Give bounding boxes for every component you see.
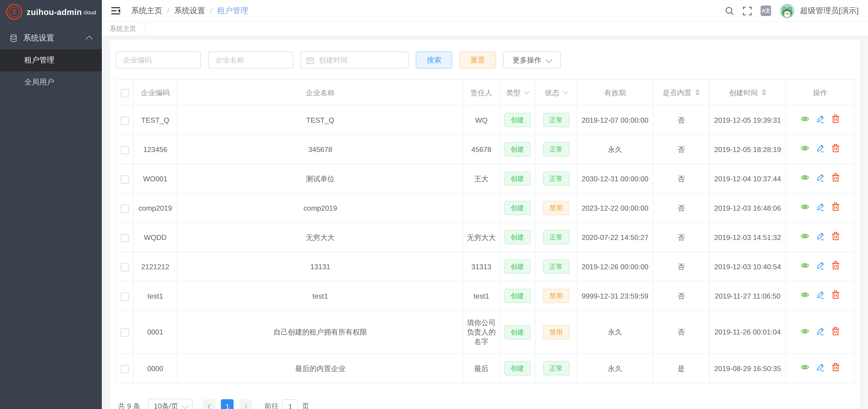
tab-system-home[interactable]: 系统主页 [102, 22, 145, 36]
page-size-select[interactable]: 10条/页 [149, 399, 193, 409]
cell-created: 2019-12-05 19:39:31 [709, 105, 786, 135]
type-badge: 创建 [504, 259, 531, 274]
table-row: 0000最后的内置企业最后创建正常永久是2019-08-29 16:50:35 [116, 353, 855, 383]
delete-icon[interactable] [831, 202, 840, 211]
edit-icon[interactable] [816, 173, 825, 182]
cell-builtin: 否 [653, 135, 709, 164]
created-date-input[interactable] [318, 55, 403, 65]
table-row: WQDD无穷大大无穷大大创建正常2020-07-22 14:50:27否2019… [116, 223, 855, 252]
row-checkbox[interactable] [120, 234, 129, 242]
sort-carets-icon[interactable] [762, 89, 766, 96]
view-icon[interactable] [801, 114, 809, 124]
row-checkbox[interactable] [120, 365, 129, 373]
type-badge: 创建 [504, 113, 531, 127]
cell-created: 2019-12-03 16:48:06 [709, 193, 786, 223]
table-row: WO001测试单位王大创建正常2030-12-31 00:00:00否2019-… [116, 164, 855, 193]
goto-page-input[interactable] [282, 399, 298, 409]
avatar[interactable] [780, 4, 795, 18]
sidebar-item-global-users[interactable]: 全局用户 [0, 71, 102, 93]
edit-icon[interactable] [816, 232, 825, 241]
column-header-actions: 操作 [786, 79, 855, 105]
filter-caret-icon[interactable] [524, 89, 529, 94]
company-code-input[interactable] [116, 52, 201, 68]
language-icon[interactable]: A文 [761, 5, 771, 16]
delete-icon[interactable] [831, 363, 840, 372]
view-icon[interactable] [801, 232, 809, 241]
delete-icon[interactable] [831, 291, 840, 299]
row-actions [801, 363, 840, 372]
row-checkbox[interactable] [120, 116, 129, 125]
column-header-created[interactable]: 创建时间 [709, 79, 786, 105]
sidebar-item-tenant-management[interactable]: 租户管理 [0, 49, 102, 71]
delete-icon[interactable] [831, 232, 840, 241]
column-header-builtin[interactable]: 是否内置 [653, 79, 709, 105]
status-badge: 正常 [543, 230, 569, 244]
app-root: Z zuihou-admin cloud 系统设置 租户管理 全局用户 [0, 0, 868, 409]
breadcrumb-home[interactable]: 系统主页 [131, 6, 162, 16]
row-checkbox[interactable] [120, 175, 129, 183]
view-icon[interactable] [801, 261, 809, 270]
chevron-right-icon [244, 404, 248, 409]
edit-icon[interactable] [816, 363, 825, 372]
edit-icon[interactable] [816, 144, 825, 153]
page-number-1[interactable]: 1 [221, 399, 234, 409]
more-actions-button[interactable]: 更多操作 [503, 52, 561, 68]
cell-expire: 2023-12-22 00:00:00 [577, 193, 653, 223]
created-date-picker[interactable] [301, 52, 408, 68]
edit-icon[interactable] [816, 261, 825, 270]
edit-icon[interactable] [816, 327, 825, 335]
column-label: 有效期 [604, 88, 626, 97]
sort-carets-icon[interactable] [695, 89, 700, 96]
view-icon[interactable] [801, 291, 809, 299]
cell-type: 创建 [499, 281, 535, 311]
row-checkbox[interactable] [120, 329, 129, 337]
cell-status: 正常 [535, 353, 577, 383]
status-badge: 禁用 [543, 288, 569, 303]
cell-owner: 31313 [463, 252, 500, 281]
edit-icon[interactable] [816, 202, 825, 211]
row-checkbox[interactable] [120, 204, 129, 213]
view-icon[interactable] [801, 173, 809, 182]
next-page-button[interactable] [239, 399, 252, 409]
select-all-checkbox[interactable] [120, 89, 129, 97]
reset-button[interactable]: 重置 [460, 52, 496, 68]
delete-icon[interactable] [831, 261, 840, 270]
status-badge: 禁用 [543, 325, 569, 339]
edit-icon[interactable] [816, 291, 825, 299]
view-icon[interactable] [801, 144, 809, 153]
delete-icon[interactable] [831, 144, 840, 153]
column-header-type[interactable]: 类型 [499, 79, 535, 105]
type-badge: 创建 [504, 201, 531, 215]
type-badge: 创建 [504, 171, 531, 185]
fullscreen-icon[interactable] [743, 6, 752, 15]
view-icon[interactable] [801, 327, 809, 335]
cell-expire: 永久 [577, 353, 653, 383]
select-all-header [116, 79, 133, 105]
row-checkbox[interactable] [120, 292, 129, 301]
delete-icon[interactable] [831, 173, 840, 182]
row-checkbox[interactable] [120, 146, 129, 154]
row-checkbox[interactable] [120, 263, 129, 271]
breadcrumb: 系统主页 / 系统设置 / 租户管理 [131, 6, 248, 16]
view-icon[interactable] [801, 202, 809, 211]
delete-icon[interactable] [831, 114, 840, 124]
username[interactable]: 超级管理员[演示] [800, 6, 859, 16]
row-actions [801, 144, 840, 153]
cell-created: 2019-08-29 16:50:35 [709, 353, 786, 383]
column-label: 企业编码 [141, 88, 170, 97]
filter-caret-icon[interactable] [562, 89, 568, 94]
sidebar-group-system-settings[interactable]: 系统设置 [0, 27, 102, 49]
delete-icon[interactable] [831, 327, 840, 335]
column-header-status[interactable]: 状态 [535, 79, 577, 105]
collapse-sidebar-icon[interactable] [111, 7, 121, 15]
edit-icon[interactable] [816, 114, 825, 124]
company-name-input[interactable] [208, 52, 293, 68]
breadcrumb-settings[interactable]: 系统设置 [174, 6, 205, 16]
search-icon[interactable] [725, 6, 734, 15]
search-button[interactable]: 搜索 [416, 52, 453, 68]
prev-page-button[interactable] [203, 399, 216, 409]
view-icon[interactable] [801, 363, 809, 372]
cell-select [116, 281, 133, 311]
cell-owner: 王大 [463, 164, 500, 193]
breadcrumb-current: 租户管理 [217, 6, 248, 16]
